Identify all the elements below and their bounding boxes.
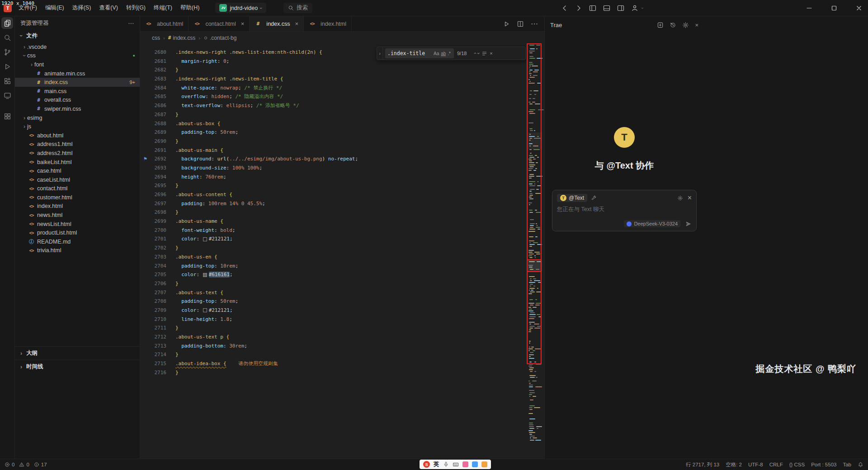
code-line-2684[interactable]: 2684 white-space: nowrap; /* 禁止换行 */ <box>140 84 544 93</box>
maximize-button[interactable] <box>825 0 843 16</box>
code-line-2683[interactable]: 2683.index-news-right .news-item-title { <box>140 75 544 84</box>
tab-about.html[interactable]: <>about.html <box>140 16 189 31</box>
tree-item-news.html[interactable]: <>news.html <box>15 211 140 220</box>
tree-item-about.html[interactable]: <>about.html <box>15 131 140 140</box>
tree-item-README.md[interactable]: iREADME.md <box>15 237 140 246</box>
problems-indicators[interactable]: 0017 <box>5 462 47 467</box>
code-line-2713[interactable]: 2713 padding-bottom: 30rem; <box>140 342 544 351</box>
code-line-2688[interactable]: 2688.about-us-box { <box>140 119 544 128</box>
more-actions-icon[interactable]: ⋯ <box>128 19 134 27</box>
activity-debug-icon[interactable] <box>1 61 13 72</box>
activity-ext-icon[interactable] <box>1 75 13 87</box>
code-line-2697[interactable]: 2697 padding: 100rem 14% 0 45.5%; <box>140 199 544 208</box>
tree-item-address2.html[interactable]: <>address2.html <box>15 149 140 158</box>
color-swatch[interactable] <box>203 273 207 277</box>
status-error-count[interactable]: 0 <box>5 462 14 467</box>
tree-item-.vscode[interactable]: ›.vscode <box>15 42 140 52</box>
menu-查看[interactable]: 查看(V) <box>95 0 122 16</box>
tree-item-index.css[interactable]: #index.css9+ <box>15 78 140 87</box>
tree-item-animate.min.css[interactable]: #animate.min.css <box>15 69 140 78</box>
close-button[interactable] <box>850 0 868 16</box>
activity-explorer-icon[interactable] <box>1 17 13 29</box>
code-line-2689[interactable]: 2689 padding-top: 50rem; <box>140 128 544 137</box>
match-case-icon[interactable]: Aa <box>433 51 440 56</box>
code-line-2710[interactable]: 2710 line-height: 1.8; <box>140 315 544 324</box>
code-line-2687[interactable]: 2687} <box>140 110 544 119</box>
regex-icon[interactable]: .* <box>447 51 452 56</box>
ime-emoji-icon[interactable] <box>481 461 487 467</box>
find-next-icon[interactable]: › <box>476 52 481 54</box>
status-live-server-port[interactable]: Port : 5503 <box>811 462 836 467</box>
status-tab-indicator[interactable]: Tab <box>843 462 851 467</box>
tree-item-customer.html[interactable]: <>customer.html <box>15 193 140 202</box>
navigate-back-icon[interactable] <box>561 5 568 12</box>
code-line-2707[interactable]: 2707.about-us-text { <box>140 288 544 297</box>
chat-close-icon[interactable]: × <box>688 194 692 202</box>
tools-icon[interactable] <box>591 195 597 201</box>
ime-logo-icon[interactable]: S <box>423 461 430 468</box>
tree-item-js[interactable]: ›js <box>15 122 140 131</box>
tree-item-trivia.html[interactable]: <>trivia.html <box>15 246 140 255</box>
code-editor[interactable]: 2680.index-news-right .news-list-item:nt… <box>140 44 544 459</box>
split-editor-icon[interactable] <box>517 20 524 28</box>
status-warning-count[interactable]: 0 <box>19 462 29 467</box>
code-line-2714[interactable]: 2714} <box>140 350 544 359</box>
code-line-2706[interactable]: 2706} <box>140 279 544 288</box>
code-line-2700[interactable]: 2700 font-weight: bold; <box>140 226 544 235</box>
tab-index.css[interactable]: #index.css× <box>250 16 304 31</box>
code-line-2686[interactable]: 2686 text-overflow: ellipsis; /* 添加省略号 *… <box>140 101 544 110</box>
run-preview-icon[interactable] <box>503 20 510 28</box>
code-line-2690[interactable]: 2690} <box>140 137 544 146</box>
tree-item-main.css[interactable]: #main.css <box>15 87 140 96</box>
status-info-count[interactable]: 17 <box>34 462 47 467</box>
model-selector[interactable]: DeepSeek-V3-0324 <box>624 220 680 227</box>
ime-toolbox-icon[interactable] <box>472 461 478 467</box>
close-panel-icon[interactable]: × <box>695 22 698 28</box>
gear-icon[interactable] <box>682 22 689 28</box>
bell-icon[interactable] <box>858 462 863 468</box>
status-eol[interactable]: CRLF <box>769 462 783 467</box>
toggle-replace-icon[interactable]: › <box>377 47 383 60</box>
send-icon[interactable] <box>685 221 692 227</box>
code-line-2705[interactable]: 2705 color: #616161; <box>140 270 544 279</box>
minimap[interactable] <box>528 43 542 459</box>
code-line-2711[interactable]: 2711} <box>140 324 544 333</box>
tree-item-index.html[interactable]: <>index.html <box>15 202 140 211</box>
timeline-section-header[interactable]: › 时间线 <box>15 360 140 373</box>
code-line-2696[interactable]: 2696.about-us-content { <box>140 190 544 199</box>
minimize-button[interactable] <box>800 0 818 16</box>
activity-scm-icon[interactable] <box>1 46 13 58</box>
breadcrumb-item-index.css[interactable]: #index.css <box>168 35 196 41</box>
activity-remote-icon[interactable] <box>1 89 13 101</box>
minimap-slider[interactable] <box>528 259 542 272</box>
more-editor-actions-icon[interactable]: ⋯ <box>531 19 538 28</box>
files-section-header[interactable]: › 文件 <box>15 30 140 42</box>
mic-icon[interactable] <box>443 461 449 467</box>
activity-grid-icon[interactable] <box>1 110 13 122</box>
menu-编辑[interactable]: 编辑(E) <box>41 0 68 16</box>
tree-item-contact.html[interactable]: <>contact.html <box>15 184 140 193</box>
code-line-2698[interactable]: 2698} <box>140 208 544 217</box>
tree-item-productList.html[interactable]: <>productList.html <box>15 228 140 237</box>
code-line-2709[interactable]: 2709 color: #212121; <box>140 306 544 315</box>
code-line-2708[interactable]: 2708 padding-top: 50rem; <box>140 297 544 306</box>
tab-close-icon[interactable]: × <box>241 20 245 27</box>
tree-item-swiper.min.css[interactable]: #swiper.min.css <box>15 104 140 113</box>
menu-选择[interactable]: 选择(S) <box>68 0 95 16</box>
keyboard-icon[interactable] <box>453 461 459 468</box>
close-find-icon[interactable]: × <box>490 51 492 56</box>
tab-contact.html[interactable]: <>contact.html× <box>189 16 250 31</box>
breadcrumb-item-.contact-bg[interactable]: .contact-bg <box>203 35 236 41</box>
code-line-2691[interactable]: 2691.about-us-main { <box>140 146 544 155</box>
tree-item-baikeList.html[interactable]: <>baikeList.html <box>15 158 140 167</box>
outline-section-header[interactable]: › 大纲 <box>15 346 140 360</box>
tree-item-esimg[interactable]: ›esimg <box>15 113 140 122</box>
account-icon[interactable] <box>631 5 638 12</box>
code-line-2685[interactable]: 2685 overflow: hidden; /* 隐藏溢出内容 */ <box>140 92 544 101</box>
whole-word-icon[interactable]: ab <box>440 51 447 56</box>
status-encoding[interactable]: UTF-8 <box>748 462 763 467</box>
code-line-2716[interactable]: 2716} <box>140 368 544 377</box>
breadcrumb-item-css[interactable]: css <box>152 35 160 41</box>
navigate-forward-icon[interactable] <box>575 5 582 12</box>
find-input[interactable]: .index-title Aa ab .* <box>385 48 454 58</box>
